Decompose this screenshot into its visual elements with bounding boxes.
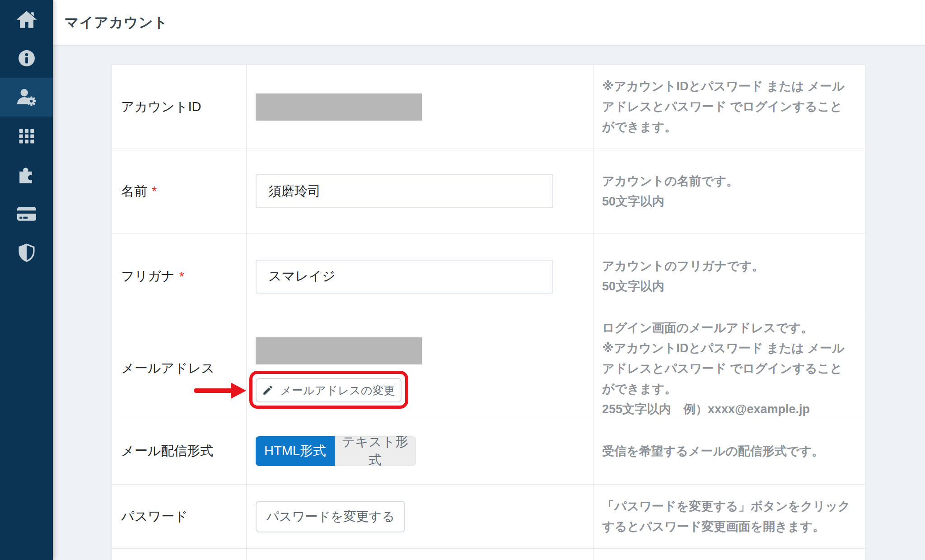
account-id-note: ※アカウントIDとパスワード または メールアドレスとパスワード でログインする… xyxy=(602,76,854,137)
row-name: 名前 * アカウントの名前です。 50文字以内 xyxy=(112,149,865,234)
sidebar-item-billing[interactable] xyxy=(0,194,53,233)
change-password-button[interactable]: パスワードを変更する xyxy=(256,501,405,532)
row-partial xyxy=(112,549,865,560)
furigana-label: フリガナ * xyxy=(112,234,247,319)
email-redacted-value xyxy=(256,337,422,364)
change-email-button[interactable]: メールアドレスの変更 xyxy=(256,378,402,402)
name-input[interactable] xyxy=(256,174,553,208)
required-asterisk: * xyxy=(152,184,157,199)
row-furigana: フリガナ * アカウントのフリガナです。 50文字以内 xyxy=(112,234,865,319)
my-account-form: アカウントID ※アカウントIDとパスワード または メールアドレスとパスワード… xyxy=(112,65,865,560)
sidebar-item-info[interactable] xyxy=(0,39,53,78)
account-id-label: アカウントID xyxy=(112,65,247,149)
sidebar-item-my-account[interactable] xyxy=(0,78,53,117)
security-shield-icon xyxy=(17,243,37,262)
payment-card-icon xyxy=(16,203,37,224)
password-label: パスワード xyxy=(112,485,247,548)
sidebar-item-home[interactable] xyxy=(0,0,53,39)
name-note: アカウントの名前です。 50文字以内 xyxy=(602,171,738,212)
mail-format-note: 受信を希望するメールの配信形式です。 xyxy=(602,441,824,462)
sidebar xyxy=(0,0,53,560)
text-format-button[interactable]: テキスト形式 xyxy=(335,436,416,466)
pencil-icon xyxy=(262,384,274,396)
home-icon xyxy=(16,9,37,30)
info-icon xyxy=(16,48,37,69)
account-id-redacted-value xyxy=(256,93,422,121)
furigana-input[interactable] xyxy=(256,260,553,294)
mail-format-label: メール配信形式 xyxy=(112,418,247,484)
row-mail-format: メール配信形式 HTML形式 テキスト形式 受信を希望するメールの配信形式です。 xyxy=(112,418,865,485)
html-format-button[interactable]: HTML形式 xyxy=(256,436,335,466)
email-note: ログイン画面のメールアドレスです。 ※アカウントIDとパスワード または メール… xyxy=(602,318,854,420)
email-label: メールアドレス xyxy=(112,319,247,418)
sidebar-item-security[interactable] xyxy=(0,233,53,272)
required-asterisk: * xyxy=(179,269,184,284)
page-header: マイアカウント xyxy=(53,0,925,45)
password-note: 「パスワードを変更する」ボタンをクリックするとパスワード変更画面を開きます。 xyxy=(602,496,854,537)
apps-grid-icon xyxy=(17,126,37,146)
furigana-note: アカウントのフリガナです。 50文字以内 xyxy=(602,256,764,297)
row-password: パスワード パスワードを変更する 「パスワードを変更する」ボタンをクリックすると… xyxy=(112,485,865,549)
sidebar-item-apps[interactable] xyxy=(0,117,53,155)
account-settings-icon xyxy=(16,86,37,108)
mail-format-toggle: HTML形式 テキスト形式 xyxy=(256,436,416,466)
sidebar-item-plugins[interactable] xyxy=(0,155,53,194)
page-title: マイアカウント xyxy=(65,13,168,32)
row-account-id: アカウントID ※アカウントIDとパスワード または メールアドレスとパスワード… xyxy=(112,65,865,149)
plugin-puzzle-icon xyxy=(16,164,37,185)
row-email: メールアドレス メールアドレスの変更 ログイン画面のメールアドレスです。 ※アカ… xyxy=(112,319,865,418)
name-label: 名前 * xyxy=(112,149,247,233)
